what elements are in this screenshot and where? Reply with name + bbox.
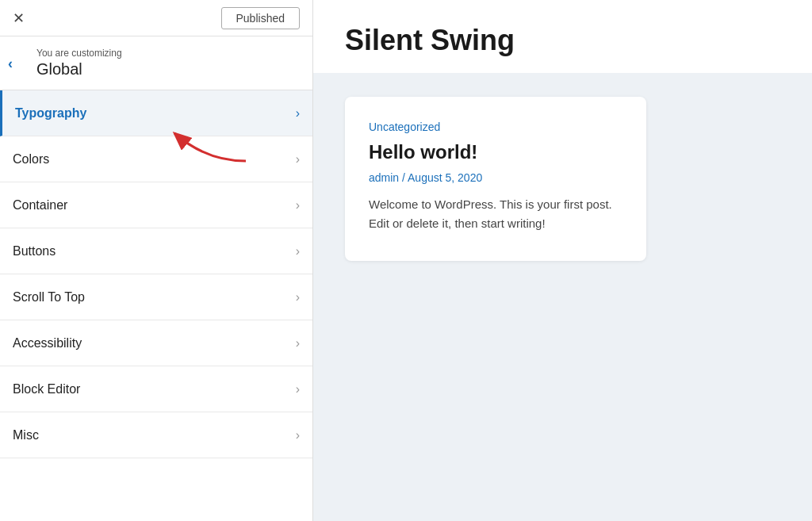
sidebar-item-label-colors: Colors	[13, 152, 49, 167]
sidebar-item-misc[interactable]: Misc›	[0, 412, 312, 458]
sidebar-item-accessibility[interactable]: Accessibility›	[0, 320, 312, 366]
sidebar-item-typography[interactable]: Typography›	[0, 90, 312, 136]
customizing-label: You are customizing	[36, 48, 300, 59]
post-title: Hello world!	[369, 141, 622, 163]
customizing-section: ‹ You are customizing Global	[0, 36, 312, 90]
main-content: Silent Swing Uncategorized Hello world! …	[313, 0, 812, 521]
close-icon[interactable]: ✕	[13, 11, 25, 25]
nav-list: Typography›Colors›Container›Buttons›Scro…	[0, 90, 312, 458]
chevron-right-icon: ›	[296, 428, 300, 442]
sidebar-item-label-container: Container	[13, 198, 67, 213]
chevron-right-icon: ›	[296, 198, 300, 213]
sidebar-header: ✕ Published	[0, 0, 312, 36]
customizing-value: Global	[36, 60, 300, 79]
chevron-right-icon: ›	[296, 336, 300, 351]
sidebar-item-label-accessibility: Accessibility	[13, 336, 82, 351]
sidebar-item-container[interactable]: Container›	[0, 182, 312, 228]
published-button[interactable]: Published	[221, 7, 301, 29]
sidebar-item-label-misc: Misc	[13, 428, 39, 442]
chevron-right-icon: ›	[296, 290, 300, 305]
sidebar-item-label-buttons: Buttons	[13, 244, 56, 259]
chevron-right-icon: ›	[296, 152, 300, 167]
post-category: Uncategorized	[369, 121, 622, 133]
sidebar-item-label-typography: Typography	[15, 106, 86, 121]
post-card: Uncategorized Hello world! admin / Augus…	[345, 97, 646, 261]
back-arrow-icon[interactable]: ‹	[8, 55, 13, 71]
post-meta: admin / August 5, 2020	[369, 171, 622, 184]
chevron-right-icon: ›	[296, 382, 300, 396]
chevron-right-icon: ›	[296, 244, 300, 259]
sidebar-item-buttons[interactable]: Buttons›	[0, 228, 312, 274]
sidebar-item-label-scroll-to-top: Scroll To Top	[13, 290, 85, 305]
preview-area: Uncategorized Hello world! admin / Augus…	[313, 73, 812, 521]
sidebar-item-colors[interactable]: Colors›	[0, 136, 312, 182]
sidebar-item-block-editor[interactable]: Block Editor›	[0, 366, 312, 412]
sidebar-item-scroll-to-top[interactable]: Scroll To Top›	[0, 274, 312, 320]
sidebar-item-label-block-editor: Block Editor	[13, 382, 80, 396]
site-title: Silent Swing	[313, 0, 812, 73]
post-excerpt: Welcome to WordPress. This is your first…	[369, 195, 622, 233]
chevron-right-icon: ›	[296, 106, 300, 121]
